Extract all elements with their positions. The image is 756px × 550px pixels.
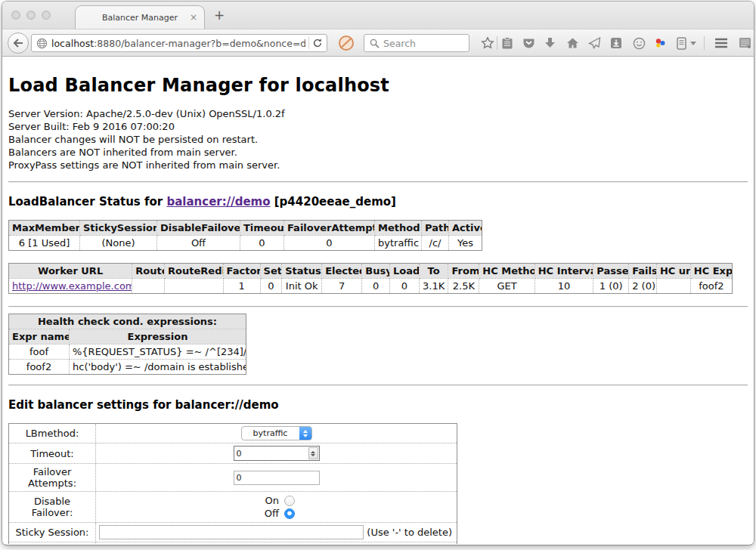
home-icon[interactable] [563, 29, 581, 57]
add-worker-label: Add New Worker: [9, 542, 96, 545]
toolbar-separator [497, 36, 497, 50]
notice-balancers: Balancers are NOT inherited from main se… [8, 146, 748, 159]
toolbar-separator [704, 36, 705, 50]
table-row: foof2 hc('body') =~ /domain is establish… [9, 360, 246, 375]
cell-worker-url: http://www.example.com/ [9, 279, 132, 294]
tab-bar: Balancer Manager × + [2, 2, 754, 29]
save-page-icon[interactable] [607, 29, 625, 57]
worker-table: Worker URL Route RouteRedir Factor Set S… [8, 263, 733, 294]
cell-busy: 0 [362, 279, 390, 294]
col-active: Active [449, 221, 482, 236]
health-table-title: Health check cond. expressions: [9, 314, 246, 329]
tab-groups-icon[interactable] [736, 29, 754, 57]
close-window-button[interactable] [11, 11, 20, 20]
form-row-sticky-session: Sticky Session: (Use '-' to delete) [9, 523, 457, 542]
table-row: foof %{REQUEST_STATUS} =~ /^[234]/ [9, 345, 246, 360]
col-stickysession: StickySession [80, 221, 157, 236]
content-blocked-icon[interactable] [336, 29, 356, 57]
lbmethod-selected-value: bytraffic [242, 428, 299, 438]
table-row: 6 [1 Used] (None) Off 0 0 bytraffic /c/ … [9, 236, 482, 251]
divider [8, 385, 748, 386]
server-version: Server Version: Apache/2.5.0-dev (Unix) … [8, 107, 748, 120]
send-tab-icon[interactable] [585, 29, 603, 57]
cell-hc-expr: foof2 [690, 279, 732, 294]
col-hc-expr: HC Expr [690, 264, 732, 279]
reload-icon[interactable] [312, 38, 323, 48]
feedback-smiley-icon[interactable] [630, 29, 648, 57]
cell-hc-uri [656, 279, 690, 294]
cell-stickysession: (None) [80, 236, 157, 251]
url-path: :8880/balancer-manager?b=demo&nonce=decc… [94, 38, 305, 49]
downloads-icon[interactable] [541, 29, 559, 57]
edit-balancer-form: LBmethod: bytraffic Timeout: 0 [8, 423, 457, 544]
col-elected: Elected [322, 264, 362, 279]
edit-balancer-heading: Edit balancer settings for balancer://de… [8, 398, 748, 412]
table-header-row: MaxMembers StickySession DisableFailover… [9, 221, 482, 236]
cell-factor: 1 [223, 279, 260, 294]
col-to: To [419, 264, 448, 279]
url-host: localhost [51, 38, 94, 49]
radio-off[interactable] [284, 508, 295, 519]
loadbalancer-status-heading: LoadBalancer Status for balancer://demo … [8, 195, 748, 209]
col-expression: Expression [70, 329, 246, 345]
cell-failoverattempts: 0 [284, 236, 375, 251]
server-built: Server Built: Feb 9 2016 07:00:20 [8, 120, 748, 133]
number-spinner-icon[interactable] [308, 447, 318, 459]
window-controls[interactable] [11, 11, 51, 20]
cell-fails: 2 (0) [629, 279, 657, 294]
status-heading-prefix: LoadBalancer Status for [8, 195, 166, 209]
search-bar[interactable]: Search [364, 34, 469, 52]
sticky-session-input[interactable] [99, 525, 364, 539]
form-row-add-worker: Add New Worker: Are you sure? [9, 542, 457, 545]
zoom-window-button[interactable] [42, 11, 51, 20]
cell-maxmembers: 6 [1 Used] [9, 236, 80, 251]
new-tab-button[interactable]: + [214, 8, 225, 23]
back-button[interactable] [7, 29, 29, 57]
bookmark-star-icon[interactable] [479, 29, 497, 57]
worker-url-link[interactable]: http://www.example.com/ [12, 280, 132, 292]
balancer-demo-link[interactable]: balancer://demo [166, 195, 270, 209]
cell-load: 0 [389, 279, 419, 294]
pocket-icon[interactable] [519, 29, 538, 57]
cell-expression: %{REQUEST_STATUS} =~ /^[234]/ [70, 345, 246, 360]
col-maxmembers: MaxMembers [9, 221, 80, 236]
col-worker-url: Worker URL [9, 264, 132, 279]
cell-timeout: 0 [240, 236, 284, 251]
tab-title: Balancer Manager [102, 13, 178, 23]
cell-set: 0 [260, 279, 282, 294]
color-dots-extension-icon[interactable] [651, 29, 669, 57]
cell-expression: hc('body') =~ /domain is established/ [70, 360, 246, 375]
timeout-input[interactable]: 0 [234, 446, 320, 461]
col-routeredir: RouteRedir [165, 264, 224, 279]
chevron-down-icon[interactable] [689, 29, 698, 57]
col-method: Method [375, 221, 422, 236]
notice-persist: Balancer changes will NOT be persisted o… [8, 133, 748, 146]
url-bar[interactable]: localhost:8880/balancer-manager?b=demo&n… [31, 34, 327, 52]
table-row: http://www.example.com/ 1 0 Init Ok 7 0 … [9, 279, 733, 294]
col-status: Status [282, 264, 322, 279]
col-factor: Factor [223, 264, 260, 279]
tab-balancer-manager[interactable]: Balancer Manager × [75, 5, 205, 29]
cell-route [132, 279, 165, 294]
minimize-window-button[interactable] [26, 11, 36, 20]
timeout-value: 0 [234, 449, 308, 459]
url-text[interactable]: localhost:8880/balancer-manager?b=demo&n… [51, 38, 305, 49]
divider [8, 181, 748, 183]
url-divider [308, 37, 309, 49]
col-load: Load [389, 264, 419, 279]
col-path: Path [422, 221, 449, 236]
col-hc-interval: HC Interval [534, 264, 593, 279]
divider [8, 306, 748, 307]
page-content: Load Balancer Manager for localhost Serv… [2, 57, 754, 544]
failover-attempts-input[interactable]: 0 [234, 471, 320, 485]
radio-on[interactable] [284, 496, 295, 506]
notice-proxypass: ProxyPass settings are NOT inherited fro… [8, 159, 748, 171]
browser-window: Balancer Manager × + localhost:8880/bala… [2, 2, 754, 545]
col-disablefailover: DisableFailover [157, 221, 240, 236]
globe-icon [36, 38, 48, 49]
reading-list-icon[interactable] [498, 29, 516, 57]
tab-close-icon[interactable]: × [190, 12, 197, 23]
menu-hamburger-icon[interactable] [711, 29, 731, 57]
sidebar-panel-icon[interactable] [673, 29, 689, 57]
lbmethod-select[interactable]: bytraffic [241, 426, 312, 440]
